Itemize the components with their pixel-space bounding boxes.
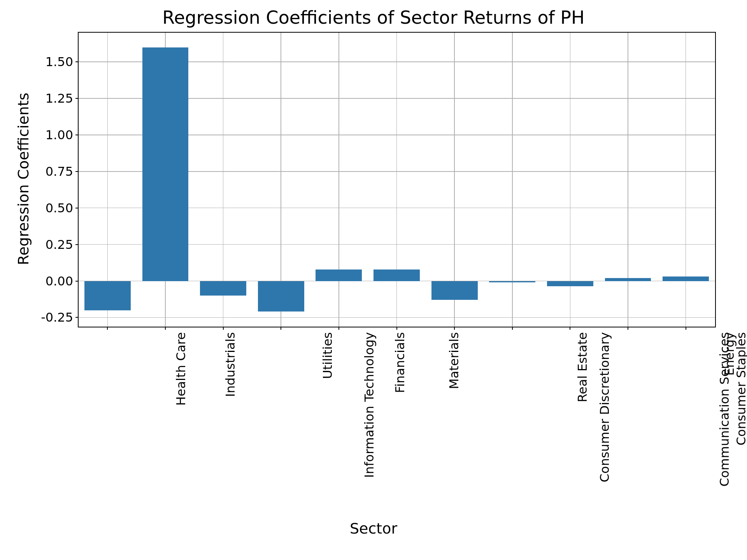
xtick-label: Information Technology [361,332,376,478]
x-axis-label: Sector [0,520,747,537]
bar [316,270,362,281]
bar [605,278,651,281]
xtick-mark [686,327,686,330]
y-axis-label: Regression Coefficients [15,93,32,265]
ytick-label: -0.25 [41,310,79,325]
bar [489,281,535,283]
xtick-mark [512,327,513,330]
xtick-mark [338,327,339,330]
xtick-mark [628,327,628,330]
xtick-label: Energy [722,332,737,376]
plot-area: -0.250.000.250.500.751.001.251.50Health … [78,32,716,327]
xtick-label: Industrials [223,332,238,397]
xtick-mark [281,327,281,330]
bar [200,281,246,296]
chart-title: Regression Coefficients of Sector Return… [0,7,747,28]
bar [663,276,709,281]
xtick-mark [396,327,397,330]
xtick-label: Real Estate [575,332,590,402]
xtick-label: Consumer Discretionary [597,332,612,482]
xtick-mark [223,327,224,330]
bar [258,281,304,312]
bar [84,281,131,310]
ytick-label: 0.00 [46,274,79,289]
xtick-mark [165,327,166,330]
ytick-label: 1.00 [46,128,79,142]
xtick-label: Financials [393,332,407,393]
xtick-mark [570,327,570,330]
xtick-label: Utilities [321,332,335,379]
gridline-v [338,33,339,327]
gridline-v [512,33,513,327]
xtick-mark [454,327,455,330]
bar [142,47,189,281]
xtick-label: Health Care [174,332,189,406]
gridline-v [628,33,628,327]
ytick-label: 1.25 [46,91,79,106]
bar [374,270,420,281]
bar [431,281,478,300]
xtick-label: Materials [446,332,461,389]
ytick-label: 0.50 [46,201,79,215]
ytick-label: 0.25 [46,237,79,252]
gridline-v [396,33,397,327]
ytick-label: 0.75 [46,164,79,179]
xtick-mark [107,327,108,330]
ytick-label: 1.50 [46,54,79,69]
gridline-v [686,33,686,327]
chart-figure: Regression Coefficients of Sector Return… [0,0,747,560]
bar [547,281,593,286]
